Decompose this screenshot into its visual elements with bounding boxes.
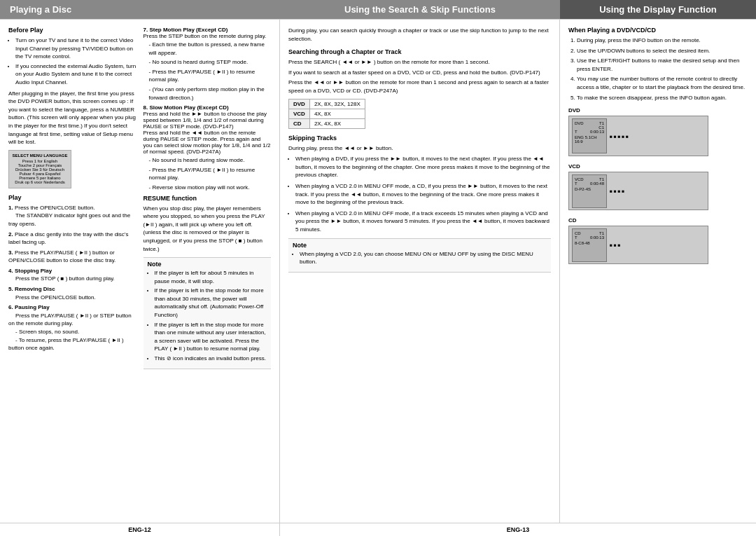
- step8-title: 8. Slow Motion Play (Except CD): [144, 104, 229, 111]
- vcd-screen-inner: VCDT1 T0:00:48 D-P2-4S: [572, 174, 607, 208]
- resume-text: When you stop disc play, the player reme…: [144, 205, 272, 254]
- before-play-title: Before Play: [8, 27, 136, 34]
- header-row: Playing a Disc Using the Search & Skip F…: [0, 0, 756, 19]
- list-item: When playing a VCD 2.0 in MENU OFF mode,…: [295, 182, 551, 207]
- list-item: When playing a VCD 2.0 in MENU OFF mode,…: [295, 209, 551, 234]
- list-item: Turn on your TV and tune it to the corre…: [15, 36, 136, 61]
- header-right: Using the Display Function: [560, 0, 756, 19]
- note-list: If the player is left for about 5 minute…: [148, 269, 267, 363]
- table-cell: 2X, 8X, 32X, 128X: [309, 99, 365, 109]
- vcd-screen: VCDT1 T0:00:48 D-P2-4S ■ ■ ■ ■: [568, 172, 708, 210]
- after-plug-text: After plugging in the player, the first …: [8, 90, 136, 146]
- table-header-type: DVD: [289, 99, 310, 109]
- list-item: When playing a DVD, if you press the ►► …: [295, 155, 551, 179]
- mid-note-box: Note When playing a VCD 2.0, you can cho…: [288, 238, 551, 273]
- right-column: When Playing a DVD/VCD/CD During play, p…: [560, 20, 756, 523]
- list-item: 5. Removing DiscPress the OPEN/CLOSE but…: [8, 285, 136, 301]
- left-note-box: Note If the player is left for about 5 m…: [144, 257, 272, 369]
- speed-table: DVD 2X, 8X, 32X, 128X VCD 4X, 8X CD 2X, …: [288, 99, 365, 129]
- step7-list: Each time the button is pressed, a new f…: [144, 41, 272, 102]
- dvd-screen-desc: ■ ■ ■ ■ ■: [610, 134, 705, 139]
- footer-right: ENG-13: [280, 523, 756, 536]
- left-two-col: Before Play Turn on your TV and tune it …: [8, 27, 271, 373]
- vcd-screen-desc: ■ ■ ■ ■: [610, 188, 705, 193]
- dvd-display-section: DVD DVDT1 C1 T0:00:13 ENG 5.1CH 16:9 ■ ■…: [568, 107, 748, 156]
- cd-display-section: CD CDT1 T0:00:13 8-C8-48 ■ ■ ■: [568, 217, 748, 264]
- footer-left: ENG-12: [0, 523, 280, 536]
- vcd-display-section: VCD VCDT1 T0:00:48 D-P2-4S ■ ■ ■ ■: [568, 163, 748, 210]
- step8: 8. Slow Motion Play (Except CD) Press an…: [144, 104, 272, 191]
- resume-section: RESUME function When you stop disc play,…: [144, 195, 272, 254]
- list-item: 3. Press the PLAY/PAUSE ( ►II ) button o…: [8, 249, 136, 265]
- play-steps-list: 1. Press the OPEN/CLOSE button.The STAND…: [8, 204, 136, 352]
- left-column: Before Play Turn on your TV and tune it …: [0, 20, 280, 523]
- list-item: Press the PLAY/PAUSE ( ►II ) to resume n…: [149, 166, 272, 182]
- header-center: Using the Search & Skip Functions: [280, 0, 560, 19]
- list-item: 4. Stopping PlayPress the STOP ( ■ ) but…: [8, 267, 136, 283]
- list-item: Each time the button is pressed, a new f…: [149, 41, 272, 57]
- list-item: To make the screen disappear, press the …: [577, 94, 748, 102]
- list-item: Press the PLAY/PAUSE ( ►II ) to resume n…: [149, 68, 272, 84]
- resume-title: RESUME function: [144, 195, 272, 202]
- cd-label: CD: [568, 217, 748, 224]
- list-item: Use the LEFT/RIGHT buttons to make the d…: [577, 57, 748, 73]
- step7: 7. Step Motion Play (Except CD) Press th…: [144, 27, 272, 102]
- list-item: You may use the number buttons of the re…: [577, 75, 748, 91]
- table-header-type: CD: [289, 118, 310, 128]
- list-item: When playing a VCD 2.0, you can choose M…: [300, 250, 547, 266]
- table-cell: 4X, 8X: [309, 109, 365, 118]
- list-item: No sound is heard during STEP mode.: [149, 58, 272, 67]
- search-title: Searching through a Chapter or Track: [288, 48, 551, 55]
- when-title: When Playing a DVD/VCD/CD: [568, 27, 748, 34]
- mid-intro: During play, you can search quickly thro…: [288, 27, 551, 43]
- list-item: No sound is heard during slow mode.: [149, 156, 272, 165]
- mid-column: During play, you can search quickly thro…: [280, 20, 560, 523]
- right-side-steps: 7. Step Motion Play (Except CD) Press th…: [144, 27, 272, 373]
- list-item: If you connected the external Audio Syst…: [15, 62, 136, 87]
- list-item: Use the UP/DOWN buttons to select the de…: [577, 47, 748, 55]
- cd-screen-inner: CDT1 T0:00:13 8-C8-48: [572, 228, 607, 262]
- list-item: If the player is left for about 5 minute…: [155, 269, 267, 285]
- language-select-screen: SELECT MENU LANGUAGE Press 1 for English…: [8, 150, 71, 188]
- skipping-title: Skipping Tracks: [288, 135, 551, 142]
- search-text3: Press the ◄◄ or ►► button on the remote …: [288, 78, 551, 95]
- cd-screen-desc: ■ ■ ■: [610, 242, 705, 247]
- header-left: Playing a Disc: [0, 0, 280, 19]
- list-item: 2. Place a disc gently into the tray wit…: [8, 231, 136, 247]
- list-item: 6. Pausing Play Press the PLAY/PAUSE ( ►…: [8, 303, 136, 352]
- list-item: If the player is left in the stop mode f…: [155, 321, 267, 353]
- content-row: Before Play Turn on your TV and tune it …: [0, 19, 756, 523]
- note-title: Note: [148, 261, 267, 268]
- before-play-list: Turn on your TV and tune it to the corre…: [8, 36, 136, 87]
- note-list: When playing a VCD 2.0, you can choose M…: [293, 250, 547, 266]
- list-item: Reverse slow motion play will not work.: [149, 184, 272, 192]
- vcd-label: VCD: [568, 163, 748, 170]
- cd-screen: CDT1 T0:00:13 8-C8-48 ■ ■ ■: [568, 226, 708, 264]
- dvd-screen: DVDT1 C1 T0:00:13 ENG 5.1CH 16:9 ■ ■ ■ ■…: [568, 116, 708, 156]
- skipping-text: During play, press the ◄◄ or ►► button.: [288, 144, 551, 153]
- skipping-list: When playing a DVD, if you press the ►► …: [288, 155, 551, 233]
- note-title: Note: [293, 242, 547, 249]
- step8-list: No sound is heard during slow mode. Pres…: [144, 156, 272, 191]
- page: Playing a Disc Using the Search & Skip F…: [0, 0, 756, 536]
- play-title: Play: [8, 194, 136, 201]
- table-cell: 2X, 4X, 8X: [309, 118, 365, 128]
- list-item: This ⊘ icon indicates an invalid button …: [155, 355, 267, 363]
- dvd-label: DVD: [568, 107, 748, 114]
- footer-row: ENG-12 ENG-13: [0, 523, 756, 536]
- list-item: 1. Press the OPEN/CLOSE button.The STAND…: [8, 204, 136, 228]
- dvd-screen-inner: DVDT1 C1 T0:00:13 ENG 5.1CH 16:9: [572, 118, 607, 153]
- list-item: If the player is left in the stop mode f…: [155, 287, 267, 319]
- list-item: During play, press the INFO button on th…: [577, 36, 748, 45]
- left-main: Before Play Turn on your TV and tune it …: [8, 27, 136, 373]
- table-header-type: VCD: [289, 109, 310, 118]
- list-item: (You can only perform step motion play i…: [149, 85, 272, 102]
- search-text2: If you want to search at a faster speed …: [288, 69, 551, 77]
- step7-title: 7. Step Motion Play (Except CD): [144, 27, 228, 33]
- search-text1: Press the SEARCH ( ◄◄ or ►► ) button on …: [288, 58, 551, 67]
- when-steps-list: During play, press the INFO button on th…: [568, 36, 748, 102]
